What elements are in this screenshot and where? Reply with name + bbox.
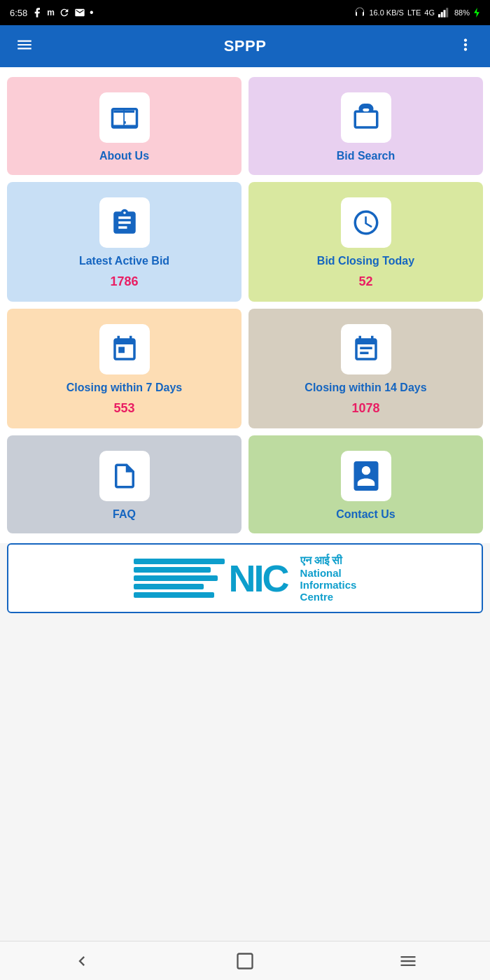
speed-indicator: 16.0 KB/S: [369, 8, 404, 17]
nic-banner: NIC एन आई सी National Informatics Centre: [7, 543, 483, 613]
clock-icon: [351, 208, 381, 237]
about-us-label: About Us: [99, 150, 149, 162]
tablet-icon: [110, 103, 139, 132]
network-indicator: 4G: [424, 8, 435, 17]
contact-us-label: Contact Us: [336, 508, 395, 521]
bid-search-card[interactable]: Bid Search: [248, 77, 483, 175]
refresh-icon: [59, 7, 70, 18]
svg-marker-4: [474, 8, 479, 18]
about-us-card[interactable]: About Us: [7, 77, 241, 175]
m-icon: m: [47, 8, 55, 18]
contact-icon-wrapper: [341, 451, 391, 501]
bid-closing-today-label: Bid Closing Today: [317, 255, 414, 267]
bid-closing-icon-wrapper: [341, 197, 391, 248]
nic-stripes: [134, 559, 225, 598]
contact-us-card[interactable]: Contact Us: [248, 435, 483, 533]
closing-7-label: Closing within 7 Days: [66, 382, 182, 394]
nic-logo: NIC: [134, 559, 288, 598]
latest-bid-count: 1786: [110, 274, 138, 289]
svg-rect-0: [438, 14, 440, 18]
closing-14-icon-wrapper: [341, 324, 391, 374]
closing-7-count: 553: [113, 401, 134, 416]
home-button[interactable]: [221, 946, 269, 976]
battery: 88%: [454, 8, 470, 17]
latest-bid-icon-wrapper: [99, 197, 150, 248]
svg-rect-1: [441, 12, 443, 18]
time: 6:58: [10, 8, 27, 18]
document-icon: [110, 461, 139, 491]
bottom-navigation: [0, 941, 490, 980]
status-right: 16.0 KB/S LTE 4G 88%: [354, 7, 480, 18]
closing-14-label: Closing within 14 Days: [304, 382, 426, 394]
nic-letters: NIC: [229, 559, 288, 597]
bid-search-label: Bid Search: [337, 150, 396, 162]
calendar-7-icon: [110, 335, 139, 364]
app-bar: SPPP: [0, 25, 490, 67]
nic-text-block: एन आई सी National Informatics Centre: [300, 554, 357, 603]
notification-dot: •: [90, 6, 94, 19]
closing-7-icon-wrapper: [99, 324, 150, 374]
faq-card[interactable]: FAQ: [7, 435, 241, 533]
lte-indicator: LTE: [407, 8, 421, 17]
status-bar: 6:58 m • 16.0 KB/S LTE 4G 88%: [0, 0, 490, 25]
calendar-14-icon: [351, 335, 381, 364]
nic-centre: Centre: [300, 591, 334, 603]
svg-rect-2: [443, 10, 445, 18]
hamburger-menu-button[interactable]: [11, 31, 38, 61]
nic-national: National: [300, 567, 342, 579]
faq-label: FAQ: [113, 508, 136, 521]
bid-closing-today-card[interactable]: Bid Closing Today 52: [248, 182, 483, 302]
main-grid: About Us Bid Search Latest Active Bid 17…: [0, 67, 490, 543]
briefcase-icon: [351, 103, 381, 132]
clipboard-icon: [110, 208, 139, 237]
nic-hindi-text: एन आई सी: [300, 554, 343, 567]
app-title: SPPP: [224, 37, 267, 55]
bid-closing-today-count: 52: [358, 274, 372, 289]
closing-14-count: 1078: [351, 401, 379, 416]
signal-icon: [438, 8, 451, 18]
faq-icon-wrapper: [99, 451, 150, 501]
back-button[interactable]: [58, 946, 106, 976]
person-card-icon: [351, 461, 381, 491]
more-options-button[interactable]: [452, 31, 479, 61]
about-us-icon-wrapper: [99, 92, 150, 143]
status-left: 6:58 m •: [10, 6, 94, 19]
svg-rect-3: [446, 8, 448, 18]
nic-informatics: Informatics: [300, 579, 357, 591]
headphone-icon: [354, 7, 365, 18]
facebook-icon: [31, 7, 43, 18]
latest-active-bid-card[interactable]: Latest Active Bid 1786: [7, 182, 241, 302]
closing-14-days-card[interactable]: Closing within 14 Days 1078: [248, 309, 483, 428]
email-icon: [74, 7, 85, 18]
bid-search-icon-wrapper: [341, 92, 391, 143]
closing-7-days-card[interactable]: Closing within 7 Days 553: [7, 309, 241, 428]
latest-bid-label: Latest Active Bid: [79, 255, 169, 267]
charging-icon: [473, 8, 480, 18]
menu-button[interactable]: [384, 946, 432, 976]
svg-rect-5: [237, 953, 252, 968]
